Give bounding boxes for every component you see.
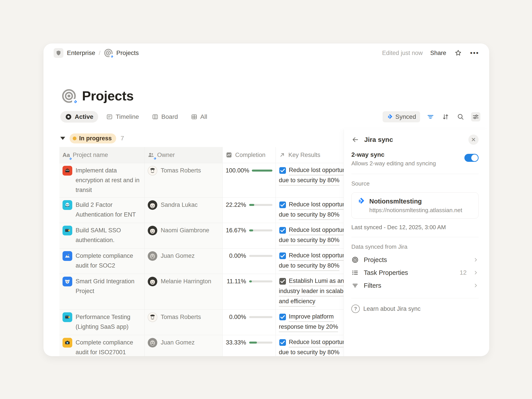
project-name-cell[interactable]: Smart Grid Integration Project (59, 274, 145, 310)
learn-about-jira-sync-link[interactable]: ? Learn about Jira sync (351, 304, 479, 313)
column-header-label: Owner (157, 152, 175, 158)
owner-cell[interactable]: Sandra Lukac (145, 197, 222, 223)
tab-timeline[interactable]: Timeline (101, 111, 144, 123)
column-header-owner[interactable]: Owner (145, 147, 222, 163)
source-url: https://notionsmltesting.atlassian.net (369, 206, 462, 214)
project-name-cell[interactable]: Complete compliance audit for ISO27001 (59, 335, 145, 356)
breadcrumb-page[interactable]: Projects (116, 50, 139, 57)
breadcrumb-workspace[interactable]: Enterprise (67, 50, 95, 57)
close-icon[interactable]: ✕ (468, 134, 479, 145)
synced-button[interactable]: Synced (383, 111, 420, 122)
toolbox-icon (63, 166, 72, 176)
project-name-cell[interactable]: Implement data encryption at rest and in… (59, 163, 145, 197)
panel-header: Jira sync ✕ (351, 134, 479, 146)
column-header-completion[interactable]: Completion (222, 147, 276, 163)
completion-percent: 100.00% (226, 165, 249, 195)
more-options-icon[interactable]: ••• (470, 49, 479, 57)
completion-cell[interactable]: 0.00% (222, 310, 276, 335)
owner-name: Sandra Lukac (161, 200, 198, 220)
project-name: Implement data encryption at rest and in… (76, 165, 141, 195)
completion-cell[interactable]: 100.00% (222, 163, 276, 197)
data-synced-items: Projects Task Properties 12 Filters (351, 253, 479, 292)
collapse-triangle-icon[interactable] (60, 137, 65, 140)
column-header-project-name[interactable]: Aa Project name (59, 147, 145, 163)
completion-cell[interactable]: 33.33% (222, 335, 276, 356)
project-name-cell[interactable]: Build 2 Factor Authentication for ENT (59, 197, 145, 223)
tab-all[interactable]: All (186, 111, 212, 123)
jira-icon (357, 197, 365, 205)
completion-percent: 0.00% (226, 251, 246, 271)
table-header-row: Aa Project name Owner Completion (59, 147, 369, 163)
bullseye-icon (351, 256, 359, 263)
project-name-cell[interactable]: Complete compliance audit for SOC2 (59, 248, 145, 274)
tab-label: Timeline (116, 113, 139, 120)
group-header: In progress 7 (60, 133, 124, 144)
key-result-link[interactable]: due to security by 80% (279, 348, 339, 356)
workspace-shield-icon[interactable] (54, 48, 63, 58)
key-result-link[interactable]: Establish Lumi as an (289, 276, 344, 286)
synced-label: Synced (395, 113, 416, 120)
page-icon-target[interactable] (62, 89, 76, 103)
status-badge[interactable]: In progress (70, 133, 116, 143)
owner-cell[interactable]: Tomas Roberts (145, 163, 222, 197)
panel-item-projects[interactable]: Projects (351, 253, 479, 266)
back-arrow-icon[interactable] (351, 136, 359, 144)
owner-cell[interactable]: Juan Gomez (145, 335, 222, 356)
key-result-link[interactable]: due to security by 80% (279, 261, 339, 271)
avatar (148, 200, 157, 210)
source-card[interactable]: Notionsmltesting https://notionsmltestin… (351, 192, 479, 219)
text-type-icon: Aa (63, 152, 70, 158)
checkbox-icon (279, 339, 286, 346)
jira-badge-icon (109, 54, 114, 59)
project-name: Performance Testing (Lighting SaaS app) (76, 312, 141, 332)
key-result-link[interactable]: response time by 20% (279, 322, 338, 332)
owner-cell[interactable]: Naomi Giambrone (145, 223, 222, 248)
sort-icon[interactable] (441, 112, 450, 121)
completion-cell[interactable]: 22.22% (222, 197, 276, 223)
key-result-link[interactable]: and efficiency (279, 297, 316, 307)
tab-board[interactable]: Board (147, 111, 183, 123)
completion-cell[interactable]: 0.00% (222, 248, 276, 274)
key-result-link[interactable]: due to security by 80% (279, 210, 339, 220)
completion-cell[interactable]: 16.67% (222, 223, 276, 248)
key-result-link[interactable]: due to security by 80% (279, 236, 339, 245)
breadcrumb-separator: / (99, 50, 101, 57)
completion-percent: 0.00% (226, 312, 246, 332)
owner-cell[interactable]: Melanie Harrington (145, 274, 222, 310)
completion-cell[interactable]: 11.11% (222, 274, 276, 310)
help-icon: ? (351, 304, 360, 313)
two-way-sync-toggle[interactable] (464, 154, 479, 162)
filter-icon[interactable] (426, 112, 435, 121)
notion-app: { "breadcrumb": { "workspace": "Enterpri… (0, 0, 532, 399)
owner-name: Melanie Harrington (161, 276, 211, 307)
star-circle-icon (65, 114, 72, 120)
column-header-label: Completion (235, 152, 266, 158)
favorite-star-icon[interactable] (454, 49, 463, 57)
panel-item-count: 12 (460, 269, 467, 276)
panel-item-label: Task Properties (364, 269, 455, 276)
search-icon[interactable] (456, 112, 465, 121)
panel-item-task-properties[interactable]: Task Properties 12 (351, 266, 479, 279)
owner-cell[interactable]: Juan Gomez (145, 248, 222, 274)
view-settings-icon[interactable] (471, 112, 480, 121)
view-controls: Active Timeline Board All Synced (60, 110, 480, 124)
jira-sync-panel: Jira sync ✕ 2-way sync Allows 2-way edit… (344, 129, 489, 356)
arrow-up-right-icon (279, 152, 285, 158)
divider (351, 237, 479, 237)
table-row: Complete compliance audit for SOC2 Juan … (59, 248, 369, 274)
alien-icon (63, 200, 72, 210)
owner-name: Tomas Roberts (161, 165, 201, 195)
key-result-link[interactable]: industry leader in scalability (279, 287, 352, 296)
panel-item-filters[interactable]: Filters (351, 279, 479, 292)
tab-active[interactable]: Active (60, 111, 98, 123)
key-result-link[interactable]: Improve platform (289, 312, 334, 322)
table-row: Implement data encryption at rest and in… (59, 163, 369, 197)
key-result-link[interactable]: due to security by 80% (279, 176, 339, 185)
project-name-cell[interactable]: Performance Testing (Lighting SaaS app) (59, 310, 145, 335)
checkbox-icon (279, 227, 286, 234)
table-row: Complete compliance audit for ISO27001 J… (59, 335, 369, 356)
owner-cell[interactable]: Tomas Roberts (145, 310, 222, 335)
page-header: Projects (62, 88, 134, 103)
project-name-cell[interactable]: Build SAML SSO authentication. (59, 223, 145, 248)
share-button[interactable]: Share (430, 50, 446, 57)
